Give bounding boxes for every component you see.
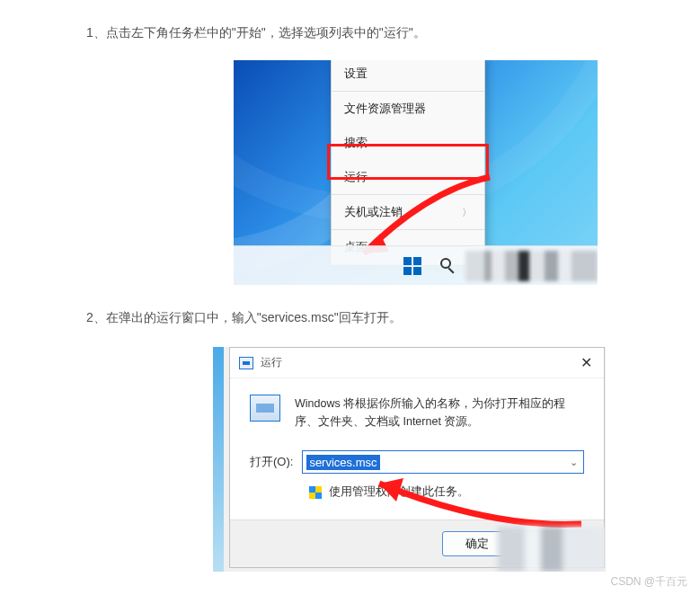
taskbar (234, 245, 598, 285)
search-icon[interactable] (440, 258, 456, 274)
menu-item-label: 关机或注销 (344, 204, 403, 220)
run-dialog-icon (250, 395, 280, 422)
chevron-down-icon[interactable]: ⌄ (570, 457, 578, 468)
run-dialog-titlebar: 运行 ✕ (230, 348, 604, 378)
uac-shield-icon (309, 486, 322, 499)
run-dialog-title: 运行 (261, 355, 282, 370)
highlight-box (327, 144, 489, 180)
taskbar-blurred-area (498, 527, 606, 572)
open-input-value: services.msc (306, 455, 379, 470)
menu-item-label: 文件资源管理器 (344, 101, 426, 117)
open-label: 打开(O): (250, 454, 293, 470)
run-dialog-description: Windows 将根据你所输入的名称，为你打开相应的程序、文件夹、文档或 Int… (295, 395, 584, 431)
menu-item-shutdown[interactable]: 关机或注销〉 (332, 195, 484, 229)
run-icon (239, 357, 253, 369)
ok-button-label: 确定 (465, 536, 489, 552)
step-2-text: 2、在弹出的运行窗口中，输入"services.msc"回车打开。 (0, 285, 700, 329)
menu-item-file-explorer[interactable]: 文件资源管理器 (332, 92, 484, 126)
start-button[interactable] (397, 251, 428, 281)
step-1-text: 1、点击左下角任务栏中的"开始"，选择选项列表中的"运行"。 (0, 0, 700, 44)
screenshot-run-dialog: 运行 ✕ Windows 将根据你所输入的名称，为你打开相应的程序、文件夹、文档… (213, 347, 606, 572)
menu-item-label: 设置 (344, 66, 368, 82)
open-input[interactable]: services.msc ⌄ (302, 450, 584, 474)
watermark: CSDN @千百元 (610, 574, 687, 590)
desktop-edge (213, 347, 224, 572)
screenshot-start-menu: 设置 文件资源管理器 搜索 运行 关机或注销〉 桌面 (234, 60, 598, 285)
windows-logo-icon (403, 257, 421, 275)
close-button[interactable]: ✕ (575, 354, 597, 371)
uac-text: 使用管理权限创建此任务。 (329, 484, 469, 500)
chevron-right-icon: 〉 (462, 206, 472, 219)
menu-item-settings[interactable]: 设置 (332, 60, 484, 91)
taskbar-blurred-area (465, 251, 598, 281)
